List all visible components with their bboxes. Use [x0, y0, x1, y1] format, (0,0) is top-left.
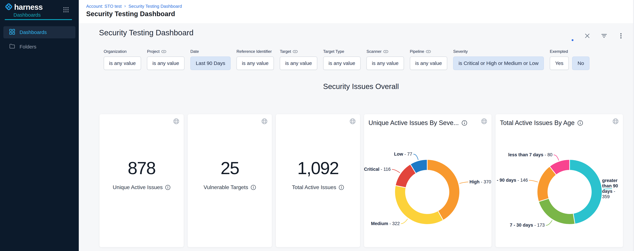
stat-value: 878 — [128, 159, 156, 177]
globe-icon — [349, 118, 356, 125]
stat-label: Total Active Issues — [292, 184, 336, 191]
filter-chip[interactable]: is any value — [366, 56, 404, 70]
filter-scanner: Scanneris any value — [366, 49, 404, 70]
donut-slice-label: Low - 77 — [394, 152, 412, 157]
donut-slice-label: High - 370 — [470, 179, 491, 185]
dashboards-icon — [9, 29, 15, 36]
link-icon — [383, 50, 388, 53]
link-icon — [426, 50, 431, 53]
filter-chip[interactable]: is Critical or High or Medium or Low — [453, 56, 544, 70]
close-icon[interactable] — [584, 32, 591, 39]
harness-logo: harness — [4, 2, 42, 12]
sidebar: harness Dashboards Das — [0, 0, 79, 251]
stat-card-vulnerable-targets: 25Vulnerable Targets — [188, 114, 272, 247]
dashboard-title: Security Testing Dashboard — [99, 28, 194, 37]
donut-card-0: Unique Active Issues By Seve...High - 37… — [364, 114, 492, 247]
filter-label: Scanner — [366, 49, 382, 54]
kebab-menu-icon[interactable] — [617, 32, 625, 39]
filter-exempted: ExemptedYesNo — [550, 49, 589, 70]
filter-label: Project — [147, 49, 160, 54]
section-title: Security Issues Overall — [100, 82, 622, 91]
filter-icon[interactable] — [600, 32, 608, 39]
stat-card-unique-active-issues: 878Unique Active Issues — [100, 114, 184, 247]
filter-organization: Organizationis any value — [104, 49, 141, 70]
breadcrumb: Account: STO test › Security Testing Das… — [86, 4, 182, 9]
filter-chip[interactable]: is any value — [280, 56, 317, 70]
donut-slice-label: 30 - 90 days - 146 — [496, 178, 528, 183]
cursor-dot — [572, 39, 574, 41]
link-icon — [293, 50, 298, 53]
donut-card-1: Total Active Issues By Agegreater than 9… — [496, 114, 623, 247]
sidebar-nav: Dashboards Folders — [0, 26, 79, 55]
breadcrumb-account-link[interactable]: Account: STO test — [86, 4, 122, 9]
link-icon — [161, 50, 166, 53]
filter-label: Target Type — [323, 49, 344, 54]
chevron-right-icon: › — [124, 3, 126, 8]
dashboard-actions — [584, 32, 625, 39]
stat-value: 25 — [220, 159, 239, 177]
stat-label: Unique Active Issues — [112, 184, 162, 191]
donut-slice[interactable] — [539, 198, 575, 225]
stat-label: Vulnerable Targets — [204, 184, 248, 191]
filter-label: Severity — [453, 49, 468, 54]
donut-slice-label: less than 7 days - 80 — [508, 152, 552, 158]
tile-globe-button[interactable] — [349, 118, 356, 125]
globe-icon — [173, 118, 180, 125]
tile-globe-button[interactable] — [261, 118, 268, 125]
tile-globe-button[interactable] — [173, 118, 180, 125]
module-underline — [5, 19, 72, 20]
filter-label: Exempted — [550, 49, 568, 54]
harness-logo-icon — [4, 2, 13, 12]
filter-label: Reference Identifier — [236, 49, 272, 54]
filter-chip[interactable]: is any value — [410, 56, 447, 70]
sidebar-item-folders[interactable]: Folders — [3, 41, 76, 53]
info-icon[interactable] — [339, 185, 344, 190]
info-icon[interactable] — [251, 185, 256, 190]
sidebar-item-label: Folders — [20, 44, 36, 50]
filter-reference-identifier: Reference Identifieris any value — [236, 49, 274, 70]
donut-slice-label: Medium - 322 — [371, 221, 400, 227]
filter-label: Organization — [104, 49, 126, 54]
stat-card-total-active-issues: 1,092Total Active Issues — [276, 114, 360, 247]
filter-chip[interactable]: is any value — [323, 56, 360, 70]
page-title: Security Testing Dashboard — [86, 10, 175, 18]
module-switcher-grid-icon[interactable] — [62, 6, 69, 14]
filter-chip[interactable]: is any value — [104, 56, 141, 70]
globe-icon — [261, 118, 268, 125]
donut-slice[interactable] — [427, 160, 460, 220]
folder-icon — [9, 43, 15, 50]
stat-value: 1,092 — [297, 159, 338, 177]
logo-wordmark: harness — [14, 2, 42, 11]
filter-label: Date — [190, 49, 199, 54]
info-icon[interactable] — [165, 185, 170, 190]
filter-chip[interactable]: Last 90 Days — [190, 56, 230, 70]
donut-slice-label: Critical - 116 — [364, 167, 391, 172]
donut-slice[interactable] — [395, 186, 443, 225]
main-area: Account: STO test › Security Testing Das… — [79, 0, 644, 251]
filter-pipeline: Pipelineis any value — [410, 49, 447, 70]
filter-chip[interactable]: No — [572, 56, 589, 70]
filter-date: DateLast 90 Days — [190, 49, 230, 70]
sidebar-item-label: Dashboards — [20, 29, 47, 35]
donut-slice-label: 7 - 30 days - 173 — [510, 223, 545, 228]
app: harness Dashboards Das — [0, 0, 644, 251]
donut-slice-label: greater than 90 days - 359 — [602, 178, 621, 199]
module-label: Dashboards — [14, 12, 41, 18]
filter-label: Pipeline — [410, 49, 424, 54]
filter-project: Projectis any value — [147, 49, 184, 70]
filter-chip[interactable]: is any value — [147, 56, 184, 70]
sidebar-item-dashboards[interactable]: Dashboards — [3, 26, 76, 38]
breadcrumb-dashboard-link[interactable]: Security Testing Dashboard — [128, 4, 182, 9]
filter-bar: Organizationis any valueProjectis any va… — [104, 49, 590, 70]
scrollbar-track[interactable] — [633, 0, 644, 251]
donut-slice[interactable] — [570, 160, 602, 224]
dashboard-panel: Security Testing Dashboard — [79, 24, 644, 251]
filter-target-type: Target Typeis any value — [323, 49, 360, 70]
cards-row: 878Unique Active Issues25Vulnerable Targ… — [100, 114, 623, 247]
filter-target: Targetis any value — [280, 49, 317, 70]
topbar: Account: STO test › Security Testing Das… — [79, 0, 644, 23]
filter-label: Target — [280, 49, 291, 54]
filter-chip[interactable]: is any value — [236, 56, 274, 70]
filter-severity: Severityis Critical or High or Medium or… — [453, 49, 544, 70]
filter-chip[interactable]: Yes — [550, 56, 569, 70]
